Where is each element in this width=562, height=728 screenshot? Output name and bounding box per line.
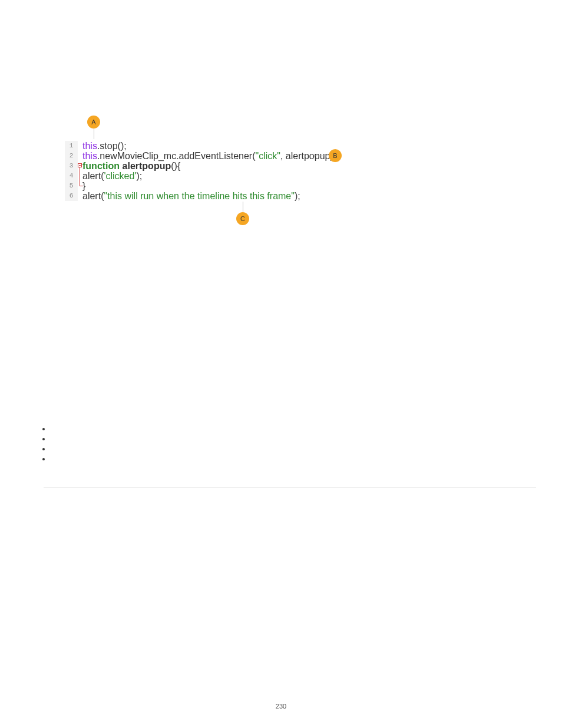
token-this: this <box>82 141 97 151</box>
line-number: 1 <box>65 141 78 151</box>
token: ); <box>295 191 300 201</box>
token-keyword: function <box>82 161 120 171</box>
line-number-gutter: 1 2 3 4 5 6 <box>65 141 78 201</box>
callout-b-label: B <box>333 152 337 159</box>
fold-guide <box>80 167 80 184</box>
token: (){ <box>171 161 180 171</box>
token: } <box>82 181 85 191</box>
token: .newMovieClip_mc.addEventListener( <box>97 151 256 161</box>
code-line: alert("this will run when the timeline h… <box>82 191 336 201</box>
leader-a <box>94 129 94 139</box>
token: alert( <box>82 191 104 201</box>
line-number: 2 <box>65 151 78 161</box>
page: A 1 2 3 4 5 6 this.stop(); this.newMovie… <box>0 0 562 728</box>
page-number: 230 <box>0 703 562 710</box>
line-number: 3 <box>65 161 78 171</box>
section-divider <box>44 487 536 488</box>
token-string: "click" <box>255 151 280 161</box>
callout-b: B <box>329 149 342 162</box>
callout-c-label: C <box>240 215 245 222</box>
token: ); <box>136 171 142 181</box>
code-line: this.newMovieClip_mc.addEventListener("c… <box>82 151 336 161</box>
code-lines: this.stop(); this.newMovieClip_mc.addEve… <box>82 141 336 201</box>
line-number: 4 <box>65 171 78 181</box>
leader-b <box>314 156 329 156</box>
code-line: this.stop(); <box>82 141 336 151</box>
callout-c: C <box>236 212 249 225</box>
token-string: 'clicked' <box>104 171 136 181</box>
token: alert( <box>82 171 104 181</box>
line-number: 5 <box>65 181 78 191</box>
token-fnname: alertpopup <box>123 161 171 171</box>
code-line: function alertpopup(){ <box>82 161 336 171</box>
code-line: alert('clicked'); <box>82 171 336 181</box>
bullet-list <box>44 424 51 465</box>
leader-c <box>243 202 243 212</box>
token-string: "this will run when the timeline hits th… <box>104 191 294 201</box>
line-number: 6 <box>65 191 78 201</box>
code-line: } <box>82 181 336 191</box>
fold-collapse-icon <box>78 163 82 167</box>
callout-a: A <box>87 116 100 129</box>
token: .stop(); <box>97 141 127 151</box>
token-this: this <box>82 151 97 161</box>
callout-a-label: A <box>91 118 95 126</box>
